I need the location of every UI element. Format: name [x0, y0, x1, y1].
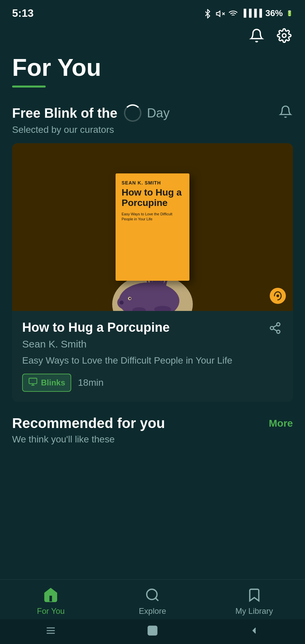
book-cover-subtitle: Easy Ways to Love the Difficult People i…	[122, 212, 183, 222]
battery-icon: 🔋	[286, 10, 293, 16]
tab-explore-label: Explore	[139, 606, 166, 616]
tab-explore[interactable]: Explore	[102, 586, 204, 616]
status-icons: ▐▐▐▐ 36% 🔋	[203, 8, 293, 18]
book-author: Sean K. Smith	[22, 338, 283, 350]
android-home-button[interactable]	[142, 625, 163, 637]
recommended-more-button[interactable]: More	[269, 418, 293, 429]
tab-my-library[interactable]: My Library	[203, 586, 305, 616]
free-blink-title: Free Blink of the Day	[12, 104, 170, 122]
book-card-image: SEAN K. SMITH How to Hug a Porcupine Eas…	[12, 143, 293, 311]
blink-logo-card	[269, 287, 286, 304]
android-recents-button[interactable]	[41, 625, 61, 637]
home-icon	[42, 586, 59, 604]
book-cover: SEAN K. SMITH How to Hug a Porcupine Eas…	[116, 173, 189, 281]
free-blink-notify-button[interactable]	[278, 104, 293, 119]
bookmark-icon	[246, 586, 263, 604]
svg-point-4	[282, 34, 286, 38]
android-nav	[0, 619, 305, 644]
book-card[interactable]: SEAN K. SMITH How to Hug a Porcupine Eas…	[12, 143, 293, 402]
svg-line-32	[156, 598, 158, 601]
wifi-icon	[228, 8, 238, 18]
recommended-title: Recommended for you	[12, 415, 165, 431]
battery-level: 36%	[265, 8, 283, 18]
share-button[interactable]	[267, 320, 283, 336]
page-title-section: For You	[0, 48, 305, 91]
svg-line-27	[273, 325, 277, 327]
svg-point-24	[270, 326, 274, 330]
book-title-main: How to Hug a Porcupine	[22, 320, 170, 335]
tab-for-you-label: For You	[37, 606, 65, 616]
status-bar: 5:13 ▐▐▐▐ 36% 🔋	[0, 0, 305, 23]
tab-for-you[interactable]: For You	[0, 586, 102, 616]
free-blink-header: Free Blink of the Day Selected by our cu…	[0, 91, 305, 137]
svg-point-23	[277, 323, 280, 326]
svg-point-22	[276, 294, 279, 297]
free-blink-subtitle: Selected by our curators	[12, 124, 170, 135]
svg-rect-28	[29, 378, 37, 384]
recommended-header: Recommended for you More	[12, 415, 293, 431]
book-duration: 18min	[78, 377, 103, 388]
free-blink-title-wrap: Free Blink of the Day Selected by our cu…	[12, 104, 170, 135]
book-description: Easy Ways to Love the Difficult People i…	[22, 354, 283, 367]
blinks-badge: Blinks	[22, 374, 71, 392]
blinks-label: Blinks	[41, 378, 65, 387]
book-meta-row: Blinks 18min	[22, 374, 283, 392]
tab-my-library-label: My Library	[235, 606, 273, 616]
status-time: 5:13	[12, 7, 34, 19]
notification-button[interactable]	[248, 27, 265, 44]
bottom-nav: For You Explore My Library	[0, 579, 305, 644]
svg-marker-0	[216, 11, 220, 16]
search-icon	[144, 586, 161, 604]
svg-rect-36	[148, 626, 157, 635]
top-header	[0, 23, 305, 48]
svg-point-25	[277, 330, 280, 334]
page-title: For You	[12, 54, 293, 81]
loading-spinner	[124, 104, 141, 122]
book-card-top-row: How to Hug a Porcupine	[22, 320, 283, 336]
book-cover-author: SEAN K. SMITH	[122, 180, 183, 185]
recommended-subtitle: We think you'll like these	[12, 434, 293, 445]
svg-point-31	[147, 589, 157, 600]
book-cover-title: How to Hug a Porcupine	[122, 187, 183, 208]
bluetooth-icon	[203, 8, 212, 18]
svg-point-16	[120, 301, 124, 305]
svg-line-26	[273, 329, 277, 331]
mute-icon	[216, 8, 225, 18]
blinks-icon	[28, 377, 38, 388]
android-back-button[interactable]	[244, 625, 264, 637]
settings-button[interactable]	[275, 27, 293, 44]
book-card-info: How to Hug a Porcupine Sean K. Smith Eas…	[12, 311, 293, 402]
title-underline	[12, 86, 46, 88]
signal-icon: ▐▐▐▐	[241, 9, 262, 17]
svg-point-18	[129, 298, 131, 300]
nav-tabs: For You Explore My Library	[0, 580, 305, 619]
recommended-section: Recommended for you More We think you'll…	[0, 415, 305, 445]
